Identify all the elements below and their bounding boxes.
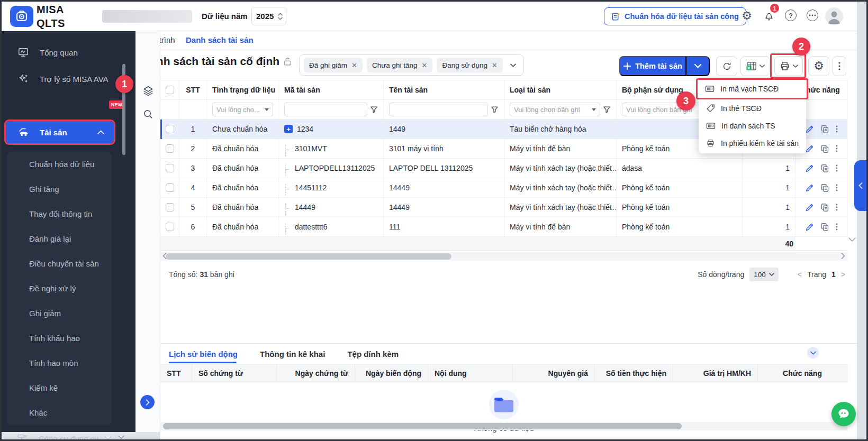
row-more-icon[interactable] xyxy=(836,204,838,211)
settings-icon[interactable] xyxy=(740,10,753,22)
menu-item-print-card[interactable]: In thẻ TSCĐ xyxy=(699,99,806,117)
table-horizontal-scrollbar[interactable] xyxy=(160,252,847,261)
filter-chip[interactable]: Đang sử dụng ✕ xyxy=(437,58,503,72)
tab-danh-sach-tai-san[interactable]: Danh sách tài sản xyxy=(186,35,254,44)
more-actions-button[interactable] xyxy=(833,56,846,76)
table-row[interactable]: 5 Đã chuẩn hóa 14449 14449 Máy vi tính x… xyxy=(160,198,847,217)
user-avatar[interactable] xyxy=(825,7,843,25)
funnel-icon[interactable] xyxy=(603,106,611,114)
chat-support-button[interactable] xyxy=(831,402,856,426)
funnel-icon[interactable] xyxy=(491,106,499,114)
code-filter-input[interactable] xyxy=(284,103,367,116)
copy-icon[interactable] xyxy=(820,183,829,192)
edit-icon[interactable] xyxy=(805,125,814,134)
scrollbar-thumb[interactable] xyxy=(163,423,682,429)
prev-page-button[interactable]: < xyxy=(798,270,802,279)
refresh-button[interactable] xyxy=(716,56,737,76)
sidebar-scroll-down-icon[interactable] xyxy=(118,435,124,439)
row-checkbox[interactable] xyxy=(166,223,174,231)
menu-item-print-inventory[interactable]: In phiếu kiểm kê tài sản xyxy=(699,134,806,152)
row-checkbox[interactable] xyxy=(166,125,174,133)
submenu-item-other[interactable]: Khác xyxy=(7,400,112,425)
menu-item-print-barcode[interactable]: In mã vạch TSCĐ xyxy=(699,82,806,99)
edit-icon[interactable] xyxy=(805,144,814,153)
copy-icon[interactable] xyxy=(820,144,829,153)
sidebar-item-overview[interactable]: Tổng quan xyxy=(2,42,135,63)
next-page-button[interactable]: > xyxy=(841,270,845,279)
chevron-down-icon[interactable] xyxy=(510,63,516,67)
chip-remove-icon[interactable]: ✕ xyxy=(492,61,498,69)
row-more-icon[interactable] xyxy=(836,164,838,172)
submenu-item-depreciation[interactable]: Tính khấu hao xyxy=(7,326,112,351)
sidebar-item-tools[interactable]: Công cụ dụng cụ xyxy=(2,429,135,439)
print-button[interactable] xyxy=(774,56,803,76)
col-code[interactable]: Mã tài sản xyxy=(279,80,384,100)
sidebar-item-assets[interactable]: Tài sản xyxy=(6,121,114,143)
col-status[interactable]: Tình trạng dữ liệu xyxy=(207,80,279,100)
row-checkbox[interactable] xyxy=(166,164,174,172)
export-excel-button[interactable] xyxy=(740,56,770,76)
copy-icon[interactable] xyxy=(820,203,829,212)
funnel-icon[interactable] xyxy=(370,106,378,114)
col-type[interactable]: Loại tài sản xyxy=(504,80,617,100)
detail-collapse-button[interactable] xyxy=(807,347,819,359)
detail-tab-attachments[interactable]: Tệp đính kèm xyxy=(347,350,399,359)
row-checkbox[interactable] xyxy=(166,203,174,212)
row-more-icon[interactable] xyxy=(836,184,838,191)
copy-icon[interactable] xyxy=(820,223,829,232)
filter-chip[interactable]: Đã ghi giảm ✕ xyxy=(304,58,363,72)
normalize-data-button[interactable]: Chuẩn hóa dữ liệu tài sản công xyxy=(604,7,746,25)
table-row[interactable]: 6 Đã chuẩn hóa dattestttt6 111 Máy vi tí… xyxy=(160,217,847,237)
detail-tab-declaration[interactable]: Thông tin kê khai xyxy=(260,350,325,359)
submenu-item-normalize[interactable]: Chuẩn hóa dữ liệu xyxy=(7,152,112,177)
copy-icon[interactable] xyxy=(820,164,829,173)
submenu-item-change-info[interactable]: Thay đổi thông tin xyxy=(7,201,112,226)
type-filter-select[interactable]: Vui lòng chọn bản ghi xyxy=(510,103,600,116)
chip-remove-icon[interactable]: ✕ xyxy=(422,61,428,69)
submenu-item-decrease[interactable]: Ghi giảm xyxy=(7,301,112,326)
row-checkbox[interactable] xyxy=(166,144,174,153)
row-more-icon[interactable] xyxy=(836,223,838,231)
edit-icon[interactable] xyxy=(805,183,814,192)
col-stt[interactable]: STT xyxy=(179,80,207,100)
table-row[interactable]: 3 Đã chuẩn hóa LAPTOPDELL13112025 LAPTOP… xyxy=(160,159,847,178)
edit-icon[interactable] xyxy=(805,164,814,173)
search-icon[interactable] xyxy=(142,108,153,120)
row-checkbox[interactable] xyxy=(166,183,174,192)
table-scroll-down-icon[interactable] xyxy=(848,237,856,242)
row-more-icon[interactable] xyxy=(836,145,838,152)
add-asset-button[interactable]: Thêm tài sản xyxy=(619,56,686,76)
table-settings-button[interactable] xyxy=(808,56,829,76)
table-row[interactable]: 4 Đã chuẩn hóa 14451112 14449 Máy vi tín… xyxy=(160,178,847,198)
col-name[interactable]: Tên tài sản xyxy=(384,80,504,100)
submenu-item-revaluate[interactable]: Đánh giá lại xyxy=(7,226,112,251)
right-panel-toggle[interactable] xyxy=(854,160,866,211)
submenu-item-inventory[interactable]: Kiểm kê xyxy=(7,375,112,400)
more-options-icon[interactable] xyxy=(807,10,818,21)
scroll-right-icon[interactable] xyxy=(841,253,845,259)
expand-icon[interactable] xyxy=(284,125,293,133)
submenu-item-transfer[interactable]: Điều chuyển tài sản xyxy=(7,251,112,276)
row-more-icon[interactable] xyxy=(836,125,838,133)
per-page-select[interactable]: 100 xyxy=(749,268,779,281)
misa-logo[interactable] xyxy=(10,6,33,27)
menu-item-print-list[interactable]: In danh sách TS xyxy=(699,117,806,134)
scrollbar-thumb[interactable] xyxy=(166,253,451,260)
edit-icon[interactable] xyxy=(805,223,814,232)
expand-panel-button[interactable] xyxy=(140,395,155,409)
status-filter-select[interactable]: Vui lòng chọ... xyxy=(212,103,273,116)
submenu-item-wear[interactable]: Tính hao mòn xyxy=(7,351,112,375)
edit-icon[interactable] xyxy=(805,203,814,212)
detail-horizontal-scrollbar[interactable] xyxy=(160,422,847,430)
submenu-item-increase[interactable]: Ghi tăng xyxy=(7,177,112,201)
detail-tab-history[interactable]: Lịch sử biến động xyxy=(169,350,238,359)
add-asset-dropdown-button[interactable] xyxy=(686,56,710,76)
submenu-item-proposal[interactable]: Đề nghị xử lý xyxy=(7,276,112,301)
year-spinner[interactable] xyxy=(278,13,283,20)
name-filter-input[interactable] xyxy=(389,103,488,116)
chip-remove-icon[interactable]: ✕ xyxy=(351,61,357,69)
filter-chip[interactable]: Chưa ghi tăng ✕ xyxy=(367,58,433,72)
year-selector[interactable]: 2025 xyxy=(251,7,286,25)
help-icon[interactable] xyxy=(785,10,797,21)
unlock-icon[interactable] xyxy=(283,57,293,67)
